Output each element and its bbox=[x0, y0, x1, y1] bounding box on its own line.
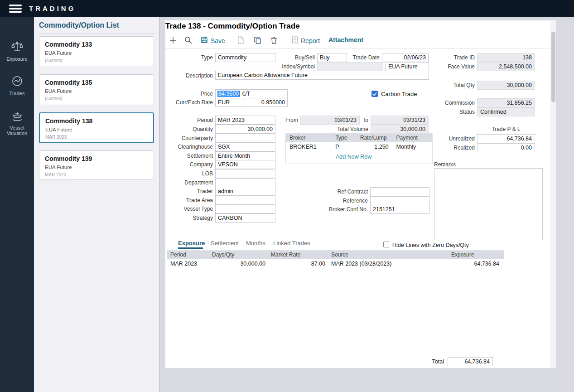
type-field[interactable] bbox=[215, 53, 275, 62]
lob-field[interactable] bbox=[215, 169, 275, 178]
exposure-table-header: Period Days/Qty Market Rate Source Expos… bbox=[167, 251, 504, 259]
list-item-commodity-135[interactable]: Commodity 135 EUA Future (custom) bbox=[39, 74, 154, 105]
search-icon bbox=[184, 36, 192, 45]
total-volume-field: 30,000.00 bbox=[371, 125, 429, 134]
exposure-col-header: Exposure bbox=[433, 251, 502, 259]
broker-col-header: Type bbox=[333, 134, 360, 142]
vessel-type-field[interactable] bbox=[215, 204, 275, 213]
list-item-commodity-139[interactable]: Commodity 139 EUA Future MAR 2023 bbox=[39, 150, 154, 179]
from-label: From bbox=[281, 117, 298, 123]
check-icon bbox=[372, 92, 377, 96]
period-field[interactable] bbox=[215, 116, 275, 125]
new-document-button[interactable] bbox=[237, 36, 244, 45]
period-label: Period bbox=[163, 117, 213, 123]
card-name: Commodity 135 bbox=[45, 79, 148, 86]
department-field[interactable] bbox=[215, 178, 275, 187]
curr-exch-rate-label: Curr/Exch Rate bbox=[163, 99, 213, 106]
counterparty-field[interactable] bbox=[215, 134, 275, 143]
trader-field[interactable] bbox=[215, 187, 275, 196]
lob-label: LOB bbox=[163, 170, 213, 177]
broker-col-header: Rate/Lump bbox=[360, 134, 396, 142]
hide-lines-checkbox[interactable] bbox=[383, 242, 389, 247]
exposure-col-header: Days/Qty bbox=[209, 251, 268, 259]
search-button[interactable] bbox=[184, 36, 192, 45]
quantity-field[interactable] bbox=[215, 125, 275, 134]
save-icon bbox=[201, 36, 208, 45]
add-new-row-link[interactable]: Add New Row bbox=[336, 154, 371, 160]
save-button[interactable]: Save bbox=[201, 36, 225, 45]
add-button[interactable] bbox=[169, 36, 177, 46]
price-field[interactable]: 84.9500€/T bbox=[215, 89, 288, 98]
attachment-button[interactable]: Attachment bbox=[328, 36, 363, 44]
scrollbar-thumb[interactable] bbox=[551, 32, 555, 102]
ref-contract-field[interactable] bbox=[370, 187, 429, 196]
from-field: 03/01/23 bbox=[300, 116, 360, 125]
sidebar-item-trades[interactable]: Trades bbox=[0, 75, 34, 96]
active-tab-underline bbox=[178, 247, 203, 249]
exposure-cell-exposure: 64,736.84 bbox=[433, 259, 502, 269]
trade-id-label: Trade ID bbox=[426, 54, 475, 61]
exch-rate-field[interactable] bbox=[245, 98, 288, 107]
description-label: Description bbox=[163, 73, 213, 79]
card-type: EUA Future bbox=[45, 127, 148, 132]
buy-sell-label: Buy/Sell bbox=[276, 54, 315, 61]
carbon-trade-label: Carbon Trade bbox=[381, 91, 417, 97]
clearinghouse-label: Clearinghouse bbox=[163, 144, 213, 150]
broker-col-header: Broker bbox=[286, 134, 333, 142]
page-icon bbox=[237, 36, 244, 45]
total-volume-label: Total Volume bbox=[325, 126, 368, 132]
menu-icon[interactable] bbox=[9, 5, 22, 13]
scale-icon bbox=[11, 46, 24, 54]
list-item-commodity-133[interactable]: Commodity 133 EUA Future (custom) bbox=[39, 36, 154, 67]
trade-area-field[interactable] bbox=[215, 196, 275, 205]
card-type: EUA Future bbox=[45, 165, 148, 170]
tab-months[interactable]: Months bbox=[246, 240, 265, 247]
commission-field: 31,856.25 bbox=[477, 98, 535, 107]
total-field: 64,736.84 bbox=[448, 357, 493, 366]
tab-linked-trades[interactable]: Linked Trades bbox=[273, 240, 310, 247]
broker-cell-broker: BROKER1 bbox=[286, 142, 333, 152]
reference-field[interactable] bbox=[370, 196, 429, 205]
sidebar-item-label: Trades bbox=[0, 91, 34, 96]
trade-date-field[interactable] bbox=[382, 53, 429, 62]
plus-icon bbox=[169, 36, 177, 46]
exposure-cell-days-qty: 30,000.00 bbox=[209, 259, 268, 269]
delete-button[interactable] bbox=[270, 36, 277, 45]
broker-table-row[interactable]: BROKER1 P 1.250 Monthly bbox=[286, 142, 432, 152]
tab-settlement[interactable]: Settlement bbox=[211, 240, 239, 247]
broker-conf-no-field[interactable] bbox=[370, 205, 429, 214]
list-item-commodity-138[interactable]: Commodity 138 EUA Future MAR 2023 bbox=[39, 112, 154, 143]
sidebar-item-vessel-valuation[interactable]: Vessel Valuation bbox=[0, 110, 34, 136]
index-symbol-value[interactable]: EUA Future bbox=[385, 62, 429, 71]
card-sub: (custom) bbox=[45, 58, 148, 63]
commodity-option-list-panel: Commodity/Option List Commodity 133 EUA … bbox=[34, 17, 159, 392]
to-label: To bbox=[361, 117, 368, 123]
status-field: Confirmed bbox=[477, 107, 535, 116]
settlement-field[interactable] bbox=[215, 151, 275, 160]
tab-exposure[interactable]: Exposure bbox=[178, 240, 205, 247]
currency-field[interactable] bbox=[215, 98, 245, 107]
copy-button[interactable] bbox=[254, 36, 261, 45]
remarks-field[interactable] bbox=[434, 168, 543, 240]
card-sub: (custom) bbox=[45, 96, 148, 101]
type-label: Type bbox=[163, 54, 213, 61]
remarks-label: Remarks bbox=[434, 161, 470, 168]
realized-label: Realized bbox=[426, 145, 475, 151]
sidebar-item-label: Exposure bbox=[0, 56, 34, 62]
exposure-col-header: Market Rate bbox=[268, 251, 328, 259]
clearinghouse-field[interactable] bbox=[215, 142, 275, 151]
broker-table: Broker Type Rate/Lump Payment BROKER1 P … bbox=[285, 133, 433, 164]
buy-sell-field[interactable] bbox=[317, 53, 347, 62]
carbon-trade-checkbox[interactable] bbox=[371, 91, 378, 97]
exposure-table-row[interactable]: MAR 2023 30,000.00 87.00 MAR 2023 (03/28… bbox=[167, 259, 504, 269]
card-type: EUA Future bbox=[45, 50, 148, 56]
trader-label: Trader bbox=[163, 188, 213, 194]
company-field[interactable] bbox=[215, 160, 275, 169]
description-field[interactable] bbox=[215, 71, 429, 80]
exposure-table: Period Days/Qty Market Rate Source Expos… bbox=[167, 250, 504, 356]
sidebar-item-exposure[interactable]: Exposure bbox=[0, 41, 34, 62]
card-type: EUA Future bbox=[45, 88, 148, 94]
report-button[interactable]: Report bbox=[292, 36, 320, 45]
face-value-label: Face Value bbox=[426, 63, 475, 70]
strategy-field[interactable] bbox=[215, 213, 275, 223]
